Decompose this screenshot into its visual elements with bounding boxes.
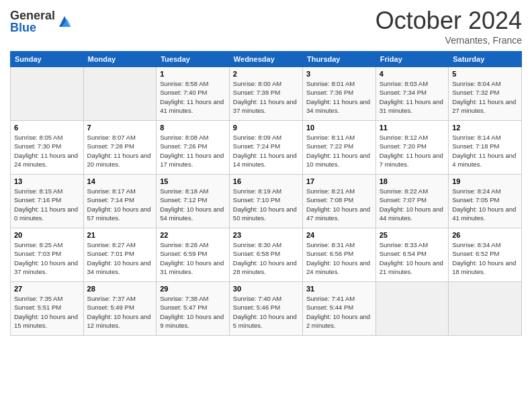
location-subtitle: Vernantes, France xyxy=(375,35,522,46)
calendar-cell: 2Sunrise: 8:00 AMSunset: 7:38 PMDaylight… xyxy=(229,67,302,121)
weekday-header-row: SundayMondayTuesdayWednesdayThursdayFrid… xyxy=(11,52,522,67)
calendar-cell: 13Sunrise: 8:15 AMSunset: 7:16 PMDayligh… xyxy=(11,175,84,228)
weekday-header: Saturday xyxy=(449,52,522,67)
day-info: Sunrise: 8:34 AMSunset: 6:52 PMDaylight:… xyxy=(452,240,518,276)
calendar-week-row: 6Sunrise: 8:05 AMSunset: 7:30 PMDaylight… xyxy=(11,121,522,175)
day-number: 8 xyxy=(160,124,226,132)
calendar-cell: 26Sunrise: 8:34 AMSunset: 6:52 PMDayligh… xyxy=(449,228,522,282)
day-number: 15 xyxy=(160,177,226,185)
day-info: Sunrise: 8:30 AMSunset: 6:58 PMDaylight:… xyxy=(233,240,299,276)
calendar-cell: 3Sunrise: 8:01 AMSunset: 7:36 PMDaylight… xyxy=(302,67,375,121)
day-info: Sunrise: 8:00 AMSunset: 7:38 PMDaylight:… xyxy=(233,79,299,115)
calendar-cell xyxy=(375,282,448,336)
calendar-cell: 28Sunrise: 7:37 AMSunset: 5:49 PMDayligh… xyxy=(83,282,157,336)
day-number: 14 xyxy=(87,177,153,185)
calendar-week-row: 27Sunrise: 7:35 AMSunset: 5:51 PMDayligh… xyxy=(11,282,522,336)
day-number: 27 xyxy=(14,285,80,293)
weekday-header: Friday xyxy=(375,52,448,67)
day-number: 7 xyxy=(87,124,153,132)
calendar-cell: 29Sunrise: 7:38 AMSunset: 5:47 PMDayligh… xyxy=(157,282,230,336)
calendar-cell: 19Sunrise: 8:24 AMSunset: 7:05 PMDayligh… xyxy=(449,175,522,228)
day-number: 26 xyxy=(452,231,518,239)
calendar-cell: 14Sunrise: 8:17 AMSunset: 7:14 PMDayligh… xyxy=(83,175,157,228)
day-info: Sunrise: 7:40 AMSunset: 5:46 PMDaylight:… xyxy=(233,294,299,330)
day-number: 24 xyxy=(306,231,372,239)
logo-blue: Blue xyxy=(10,21,55,34)
day-info: Sunrise: 7:35 AMSunset: 5:51 PMDaylight:… xyxy=(14,294,80,330)
calendar-cell: 6Sunrise: 8:05 AMSunset: 7:30 PMDaylight… xyxy=(11,121,84,175)
day-number: 30 xyxy=(233,285,299,293)
calendar-cell: 23Sunrise: 8:30 AMSunset: 6:58 PMDayligh… xyxy=(229,228,302,282)
weekday-header: Monday xyxy=(83,52,157,67)
logo-text: General Blue xyxy=(10,9,55,34)
calendar-cell: 12Sunrise: 8:14 AMSunset: 7:18 PMDayligh… xyxy=(449,121,522,175)
calendar-table: SundayMondayTuesdayWednesdayThursdayFrid… xyxy=(10,51,522,336)
day-info: Sunrise: 8:15 AMSunset: 7:16 PMDaylight:… xyxy=(14,187,80,222)
logo: General Blue xyxy=(10,9,73,34)
day-info: Sunrise: 8:08 AMSunset: 7:26 PMDaylight:… xyxy=(160,133,226,169)
calendar-week-row: 13Sunrise: 8:15 AMSunset: 7:16 PMDayligh… xyxy=(11,175,522,228)
day-number: 13 xyxy=(14,177,80,185)
calendar-cell: 7Sunrise: 8:07 AMSunset: 7:28 PMDaylight… xyxy=(83,121,157,175)
day-number: 12 xyxy=(452,124,518,132)
day-info: Sunrise: 8:22 AMSunset: 7:07 PMDaylight:… xyxy=(380,187,445,222)
page-header: General Blue October 2024 Vernantes, Fra… xyxy=(10,7,522,46)
calendar-cell: 27Sunrise: 7:35 AMSunset: 5:51 PMDayligh… xyxy=(11,282,84,336)
day-number: 25 xyxy=(380,231,445,239)
day-info: Sunrise: 8:05 AMSunset: 7:30 PMDaylight:… xyxy=(14,133,80,169)
day-info: Sunrise: 8:58 AMSunset: 7:40 PMDaylight:… xyxy=(160,79,226,115)
day-info: Sunrise: 8:18 AMSunset: 7:12 PMDaylight:… xyxy=(160,187,226,222)
day-info: Sunrise: 8:11 AMSunset: 7:22 PMDaylight:… xyxy=(306,133,372,169)
calendar-cell: 22Sunrise: 8:28 AMSunset: 6:59 PMDayligh… xyxy=(157,228,230,282)
calendar-cell: 31Sunrise: 7:41 AMSunset: 5:44 PMDayligh… xyxy=(302,282,375,336)
calendar-week-row: 1Sunrise: 8:58 AMSunset: 7:40 PMDaylight… xyxy=(11,67,522,121)
calendar-cell: 5Sunrise: 8:04 AMSunset: 7:32 PMDaylight… xyxy=(449,67,522,121)
calendar-cell: 25Sunrise: 8:33 AMSunset: 6:54 PMDayligh… xyxy=(375,228,448,282)
day-number: 10 xyxy=(306,124,372,132)
month-title: October 2024 xyxy=(375,7,522,35)
calendar-cell: 30Sunrise: 7:40 AMSunset: 5:46 PMDayligh… xyxy=(229,282,302,336)
calendar-cell: 1Sunrise: 8:58 AMSunset: 7:40 PMDaylight… xyxy=(157,67,230,121)
calendar-cell: 16Sunrise: 8:19 AMSunset: 7:10 PMDayligh… xyxy=(229,175,302,228)
day-info: Sunrise: 8:01 AMSunset: 7:36 PMDaylight:… xyxy=(306,79,372,115)
calendar-cell: 8Sunrise: 8:08 AMSunset: 7:26 PMDaylight… xyxy=(157,121,230,175)
day-info: Sunrise: 8:33 AMSunset: 6:54 PMDaylight:… xyxy=(380,240,445,276)
day-info: Sunrise: 8:25 AMSunset: 7:03 PMDaylight:… xyxy=(14,240,80,276)
day-info: Sunrise: 8:12 AMSunset: 7:20 PMDaylight:… xyxy=(380,133,445,169)
day-number: 11 xyxy=(380,124,445,132)
weekday-header: Sunday xyxy=(11,52,84,67)
calendar-cell: 15Sunrise: 8:18 AMSunset: 7:12 PMDayligh… xyxy=(157,175,230,228)
day-number: 29 xyxy=(160,285,226,293)
logo-general: General xyxy=(10,9,55,21)
calendar-cell: 17Sunrise: 8:21 AMSunset: 7:08 PMDayligh… xyxy=(302,175,375,228)
calendar-cell: 11Sunrise: 8:12 AMSunset: 7:20 PMDayligh… xyxy=(375,121,448,175)
day-number: 16 xyxy=(233,177,299,185)
day-info: Sunrise: 8:21 AMSunset: 7:08 PMDaylight:… xyxy=(306,187,372,222)
day-info: Sunrise: 8:24 AMSunset: 7:05 PMDaylight:… xyxy=(452,187,518,222)
weekday-header: Wednesday xyxy=(229,52,302,67)
logo-icon xyxy=(56,13,73,30)
calendar-cell xyxy=(449,282,522,336)
day-info: Sunrise: 8:09 AMSunset: 7:24 PMDaylight:… xyxy=(233,133,299,169)
day-number: 1 xyxy=(160,70,226,78)
calendar-cell: 21Sunrise: 8:27 AMSunset: 7:01 PMDayligh… xyxy=(83,228,157,282)
day-number: 23 xyxy=(233,231,299,239)
calendar-week-row: 20Sunrise: 8:25 AMSunset: 7:03 PMDayligh… xyxy=(11,228,522,282)
day-info: Sunrise: 8:07 AMSunset: 7:28 PMDaylight:… xyxy=(87,133,153,169)
calendar-cell: 4Sunrise: 8:03 AMSunset: 7:34 PMDaylight… xyxy=(375,67,448,121)
day-info: Sunrise: 8:17 AMSunset: 7:14 PMDaylight:… xyxy=(87,187,153,222)
day-info: Sunrise: 8:27 AMSunset: 7:01 PMDaylight:… xyxy=(87,240,153,276)
day-info: Sunrise: 8:14 AMSunset: 7:18 PMDaylight:… xyxy=(452,133,518,169)
day-number: 9 xyxy=(233,124,299,132)
day-number: 4 xyxy=(380,70,445,78)
day-info: Sunrise: 7:37 AMSunset: 5:49 PMDaylight:… xyxy=(87,294,153,330)
day-number: 19 xyxy=(452,177,518,185)
day-number: 28 xyxy=(87,285,153,293)
calendar-cell: 20Sunrise: 8:25 AMSunset: 7:03 PMDayligh… xyxy=(11,228,84,282)
weekday-header: Tuesday xyxy=(157,52,230,67)
day-info: Sunrise: 8:04 AMSunset: 7:32 PMDaylight:… xyxy=(452,79,518,115)
day-number: 5 xyxy=(452,70,518,78)
day-info: Sunrise: 7:38 AMSunset: 5:47 PMDaylight:… xyxy=(160,294,226,330)
title-block: October 2024 Vernantes, France xyxy=(375,7,522,46)
calendar-cell: 18Sunrise: 8:22 AMSunset: 7:07 PMDayligh… xyxy=(375,175,448,228)
